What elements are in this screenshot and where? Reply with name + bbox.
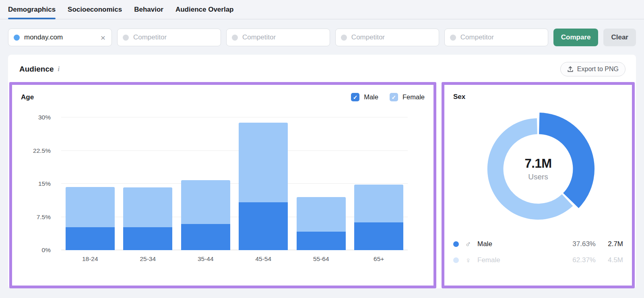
clear-button[interactable]: Clear [603,29,636,46]
legend-label-female: Female [402,93,425,101]
x-label-55-64: 55-64 [292,255,350,263]
female-checkbox-icon[interactable]: ✓ [390,93,398,101]
competitor-dot [341,35,347,41]
stacked-bar-35-44[interactable] [181,180,230,250]
y-tick-label: 30% [21,114,51,121]
age-chart-xaxis: 18-2425-3435-4445-5455-6465+ [61,255,408,263]
x-label-45-54: 45-54 [235,255,293,263]
competitor-input-2 [226,29,330,46]
bar-slot-45-54 [235,117,293,250]
demographics-page: DemographicsSocioeconomicsBehaviorAudien… [0,0,644,298]
female-gender-icon: ♀ [464,256,473,265]
panels-row: Age ✓Male✓Female 0%7.5%15%22.5%30% 18-24… [8,82,636,290]
sex-legend-users: 2.7M [601,240,623,248]
competitor-field-4[interactable] [460,33,543,41]
competitor-field-2[interactable] [242,33,324,41]
audience-card-header: Audience i Export to PNG [8,55,636,82]
audience-card: Audience i Export to PNG Age ✓Male✓Femal… [8,55,636,288]
sex-legend-name: Female [477,256,500,264]
sex-legend-percent: 37.63% [572,240,596,248]
tab-bar: DemographicsSocioeconomicsBehaviorAudien… [0,0,644,19]
stacked-bar-45-54[interactable] [239,123,288,250]
bar-segment-female-55-64 [297,197,346,232]
selected-domain-label: monday.com [24,33,95,41]
domain-color-dot [14,35,20,41]
stacked-bar-25-34[interactable] [123,187,172,250]
legend-checkbox-male[interactable]: ✓Male [351,93,378,101]
selected-domain-chip[interactable]: monday.com × [8,29,112,46]
y-tick-label: 0% [21,247,51,254]
bar-segment-female-45-54 [239,123,288,202]
age-chart-plot: 0%7.5%15%22.5%30% [61,117,408,250]
bar-segment-male-18-24 [66,227,115,250]
sex-legend-users: 4.5M [601,256,623,264]
sex-legend-row-male[interactable]: ♂Male37.63%2.7M [453,236,623,252]
stacked-bar-65[interactable] [354,185,403,250]
tab-socioeconomics[interactable]: Socioeconomics [68,6,122,19]
bar-segment-male-45-54 [239,202,288,250]
sex-legend-percent: 62.37% [572,256,596,264]
bar-segment-female-35-44 [181,180,230,224]
sex-legend: ♂Male37.63%2.7M♀Female62.37%4.5M [453,236,623,268]
x-label-18-24: 18-24 [61,255,119,263]
compare-button[interactable]: Compare [553,29,599,46]
x-label-65: 65+ [350,255,408,263]
bar-slot-35-44 [177,117,235,250]
competitor-dot [123,35,129,41]
competitor-input-1 [117,29,221,46]
bar-segment-male-35-44 [181,224,230,250]
export-label: Export to PNG [577,66,619,73]
age-chart: 0%7.5%15%22.5%30% 18-2425-3435-4445-5455… [21,117,425,263]
age-chart-panel: Age ✓Male✓Female 0%7.5%15%22.5%30% 18-24… [9,82,436,288]
info-icon[interactable]: i [58,66,60,73]
remove-domain-icon[interactable]: × [100,33,106,42]
age-chart-title: Age [21,93,34,101]
bar-segment-male-25-34 [123,227,172,250]
stacked-bar-55-64[interactable] [297,197,346,250]
filter-row: monday.com × Compare Clear [0,19,644,46]
bar-segment-female-65 [354,185,403,222]
sex-chart-panel: Sex 7.1M Users ♂Male37.63%2.7M♀Female62.… [442,82,635,288]
competitor-input-3 [335,29,439,46]
sex-chart-title: Sex [453,93,465,101]
bar-segment-female-25-34 [123,187,172,227]
bar-segment-male-55-64 [297,232,346,250]
competitor-field-3[interactable] [351,33,433,41]
export-to-png-button[interactable]: Export to PNG [560,62,625,76]
competitor-dot [232,35,238,41]
competitor-input-4 [444,29,548,46]
male-checkbox-icon[interactable]: ✓ [351,93,359,101]
bar-slot-55-64 [292,117,350,250]
bar-slot-18-24 [61,117,119,250]
y-tick-label: 15% [21,180,51,187]
legend-checkbox-female[interactable]: ✓Female [390,93,425,101]
male-legend-dot [453,241,459,247]
competitor-field-1[interactable] [133,33,215,41]
x-label-35-44: 35-44 [177,255,235,263]
sex-legend-row-female[interactable]: ♀Female62.37%4.5M [453,252,623,268]
tab-behavior[interactable]: Behavior [134,6,163,19]
donut-slice-male[interactable] [539,113,594,208]
male-gender-icon: ♂ [464,240,473,249]
female-legend-dot [453,257,459,263]
y-tick-label: 7.5% [21,214,51,221]
y-tick-label: 22.5% [21,147,51,154]
export-icon [567,66,574,72]
bar-segment-female-18-24 [66,187,115,227]
stacked-bar-18-24[interactable] [66,187,115,250]
bar-slot-25-34 [119,117,177,250]
tab-audience-overlap[interactable]: Audience Overlap [175,6,234,19]
competitor-dot [450,35,456,41]
bar-slot-65 [350,117,408,250]
sex-donut-chart: 7.1M Users [478,108,599,230]
sex-legend-name: Male [477,240,492,248]
tab-demographics[interactable]: Demographics [8,6,56,19]
legend-label-male: Male [364,93,378,101]
age-chart-legend: ✓Male✓Female [351,93,425,101]
bar-slots [61,117,408,250]
x-label-25-34: 25-34 [119,255,177,263]
bar-segment-male-65 [354,222,403,250]
sex-donut-svg [478,108,599,230]
audience-title: Audience [19,65,54,74]
